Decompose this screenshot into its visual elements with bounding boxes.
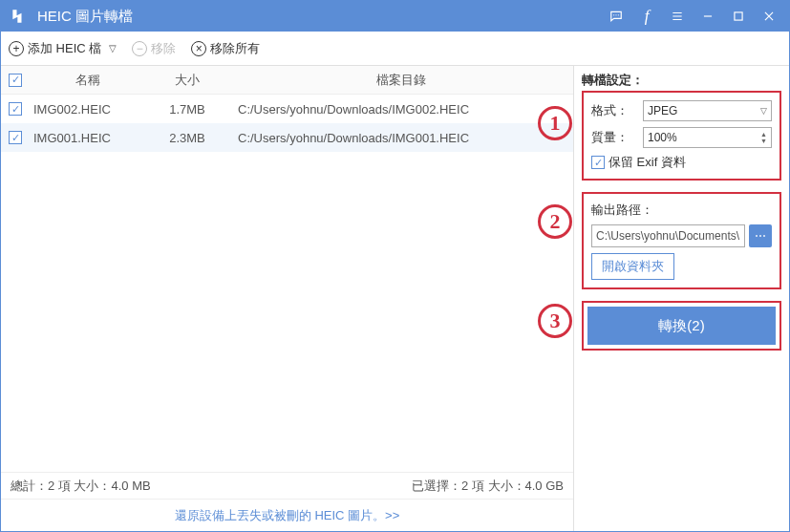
restore-bar: 還原設備上丟失或被刪的 HEIC 圖片。>>	[1, 499, 573, 531]
plus-icon: +	[9, 41, 24, 56]
step-annotation-1: 1	[538, 106, 572, 140]
app-logo-icon	[9, 6, 30, 27]
svg-point-0	[613, 14, 614, 15]
feedback-button[interactable]	[602, 5, 630, 28]
x-icon: ×	[191, 41, 206, 56]
convert-button[interactable]: 轉換(2)	[587, 307, 776, 345]
row-name: IMG002.HEIC	[30, 102, 146, 117]
svg-rect-3	[735, 12, 742, 20]
add-heic-label: 添加 HEIC 檔	[28, 40, 101, 57]
output-title: 輸出路徑：	[591, 202, 772, 219]
exif-checkbox[interactable]	[591, 156, 605, 169]
status-total: 總計：2 項 大小：4.0 MB	[11, 478, 151, 495]
table-header: 名稱 大小 檔案目錄	[1, 66, 573, 95]
minus-icon: −	[132, 41, 147, 56]
step-annotation-2: 2	[538, 204, 572, 239]
format-value: JPEG	[648, 104, 677, 117]
remove-all-label: 移除所有	[210, 40, 260, 57]
row-size: 1.7MB	[146, 102, 228, 117]
status-selected: 已選擇：2 項 大小：4.0 GB	[412, 478, 564, 495]
chevron-down-icon: ▽	[109, 43, 117, 53]
close-button[interactable]	[755, 5, 783, 28]
remove-button: − 移除	[132, 40, 176, 57]
format-panel: 格式： JPEG ▽ 質量： 100% ▲▼	[582, 91, 781, 181]
col-name-header[interactable]: 名稱	[30, 72, 146, 89]
output-panel: 輸出路徑： ⋯ 開啟資料夾	[582, 192, 781, 289]
remove-label: 移除	[151, 40, 176, 57]
col-size-header[interactable]: 大小	[146, 72, 228, 89]
facebook-button[interactable]: f	[632, 5, 661, 28]
exif-label: 保留 Exif 資料	[609, 154, 686, 171]
row-checkbox[interactable]	[9, 102, 22, 116]
status-bar: 總計：2 項 大小：4.0 MB 已選擇：2 項 大小：4.0 GB	[1, 472, 573, 499]
remove-all-button[interactable]: × 移除所有	[191, 40, 260, 57]
row-name: IMG001.HEIC	[30, 131, 146, 145]
chevron-down-icon: ▽	[760, 106, 767, 116]
output-path-input[interactable]	[591, 224, 745, 247]
row-path: C:/Users/yohnu/Downloads/IMG001.HEIC	[228, 131, 573, 145]
app-window: HEIC 圖片轉檔 f + 添加 HEIC 檔 ▽ − 移除 × 移除所有	[0, 0, 790, 532]
minimize-button[interactable]	[694, 5, 722, 28]
add-heic-button[interactable]: + 添加 HEIC 檔 ▽	[9, 40, 117, 57]
browse-button[interactable]: ⋯	[749, 224, 772, 247]
restore-link[interactable]: 還原設備上丟失或被刪的 HEIC 圖片。>>	[175, 507, 399, 524]
svg-point-2	[618, 14, 619, 15]
row-checkbox[interactable]	[9, 131, 22, 144]
row-path: C:/Users/yohnu/Downloads/IMG002.HEIC	[228, 102, 573, 117]
quality-label: 質量：	[591, 129, 639, 146]
menu-button[interactable]	[663, 5, 692, 28]
select-all-checkbox[interactable]	[9, 74, 22, 87]
main-area: 名稱 大小 檔案目錄 IMG002.HEIC1.7MBC:/Users/yohn…	[1, 66, 789, 531]
table-body: IMG002.HEIC1.7MBC:/Users/yohnu/Downloads…	[1, 95, 573, 472]
svg-point-1	[615, 14, 616, 15]
title-bar: HEIC 圖片轉檔 f	[1, 1, 789, 32]
spinner-arrows-icon: ▲▼	[760, 131, 767, 144]
table-row[interactable]: IMG001.HEIC2.3MBC:/Users/yohnu/Downloads…	[1, 123, 573, 152]
format-select[interactable]: JPEG ▽	[643, 100, 772, 121]
open-folder-button[interactable]: 開啟資料夾	[591, 253, 674, 280]
settings-title: 轉檔設定：	[582, 72, 644, 89]
format-label: 格式：	[591, 102, 639, 119]
convert-panel: 轉換(2)	[582, 301, 781, 351]
row-size: 2.3MB	[146, 131, 228, 145]
toolbar: + 添加 HEIC 檔 ▽ − 移除 × 移除所有	[1, 32, 789, 66]
quality-spinner[interactable]: 100% ▲▼	[643, 127, 772, 148]
settings-panel: 轉檔設定： 格式： JPEG ▽ 質量： 100% ▲▼	[574, 66, 789, 531]
app-title: HEIC 圖片轉檔	[37, 8, 602, 26]
col-path-header[interactable]: 檔案目錄	[228, 72, 573, 89]
maximize-button[interactable]	[724, 5, 753, 28]
file-list-panel: 名稱 大小 檔案目錄 IMG002.HEIC1.7MBC:/Users/yohn…	[1, 66, 574, 531]
table-row[interactable]: IMG002.HEIC1.7MBC:/Users/yohnu/Downloads…	[1, 95, 573, 123]
quality-value: 100%	[648, 131, 677, 144]
step-annotation-3: 3	[538, 304, 572, 338]
